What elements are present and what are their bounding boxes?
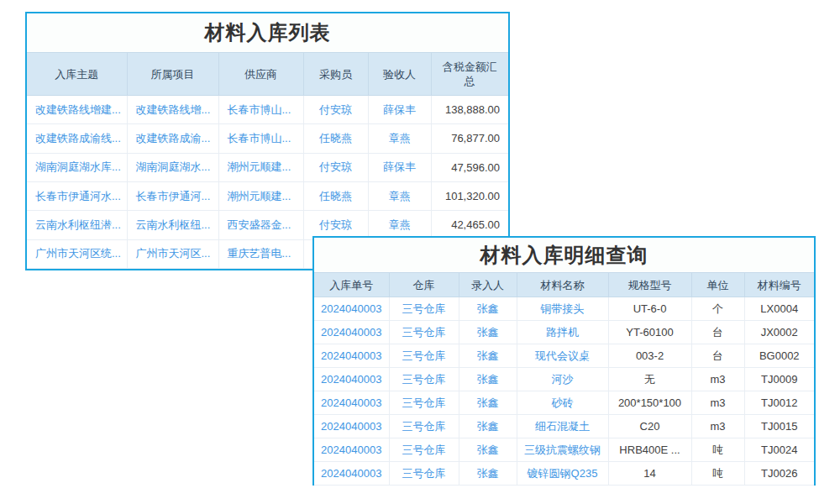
material-inbound-detail-panel: 材料入库明细查询 入库单号仓库录入人材料名称规格型号单位材料编号 2024040… (312, 236, 816, 486)
cell-link[interactable]: 云南水利枢纽... (127, 211, 218, 239)
cell-link[interactable]: 张鑫 (459, 391, 517, 415)
cell-link[interactable]: 改建铁路线增... (127, 96, 218, 124)
cell-link[interactable]: 2024040003 (314, 462, 389, 486)
cell-link[interactable]: 章燕 (368, 181, 431, 210)
table-row[interactable]: 2024040003三号仓库张鑫三级抗震螺纹钢HRB400E ...吨TJ002… (314, 438, 814, 462)
table-row[interactable]: 2024040003三号仓库张鑫铜带接头UT-6-0个LX0004 (314, 297, 814, 321)
cell-text: 无 (608, 368, 691, 391)
table-row[interactable]: 湖南洞庭湖水库...湖南洞庭湖水...潮州元顺建...付安琼薛保丰47,596.… (27, 153, 508, 181)
cell-link[interactable]: 张鑫 (459, 415, 517, 438)
cell-text: TJ0015 (744, 415, 814, 438)
cell-link[interactable]: 现代会议桌 (517, 344, 608, 368)
cell-text: 101,320.00 (431, 181, 508, 210)
table-row[interactable]: 2024040003三号仓库张鑫细石混凝土C20m3TJ0015 (314, 415, 814, 438)
cell-link[interactable]: 2024040003 (314, 344, 389, 368)
cell-link[interactable]: 改建铁路成渝... (127, 124, 218, 153)
cell-text: 200*150*100 (608, 391, 691, 415)
cell-link[interactable]: 砂砖 (517, 391, 608, 415)
cell-link[interactable]: 张鑫 (459, 368, 517, 391)
detail-table-body: 2024040003三号仓库张鑫铜带接头UT-6-0个LX00042024040… (314, 297, 814, 486)
table-row[interactable]: 改建铁路成渝线...改建铁路成渝...长春市博山...任晓燕章燕76,877.0… (27, 124, 508, 153)
table-row[interactable]: 2024040003三号仓库张鑫路拌机YT-60100台JX0002 (314, 321, 814, 344)
cell-link[interactable]: 广州市天河区统... (27, 239, 127, 268)
cell-link[interactable]: 广州市天河区... (127, 239, 218, 268)
cell-link[interactable]: 镀锌圆钢Q235 (517, 462, 608, 486)
cell-link[interactable]: 潮州元顺建... (218, 153, 303, 181)
cell-link[interactable]: 细石混凝土 (517, 415, 608, 438)
table-row[interactable]: 改建铁路线增建...改建铁路线增...长春市博山...付安琼薛保丰138,888… (27, 96, 508, 124)
cell-link[interactable]: 三号仓库 (389, 321, 459, 344)
cell-text: BG0002 (744, 344, 814, 368)
cell-link[interactable]: 2024040003 (314, 321, 389, 344)
cell-link[interactable]: 重庆艺普电... (218, 239, 303, 268)
cell-link[interactable]: 付安琼 (303, 211, 368, 239)
cell-link[interactable]: 张鑫 (459, 344, 517, 368)
cell-link[interactable]: 长春市博山... (218, 96, 303, 124)
cell-link[interactable]: 湖南洞庭湖水库... (27, 153, 127, 181)
column-header: 材料名称 (517, 273, 608, 297)
cell-link[interactable]: 三号仓库 (389, 297, 459, 321)
cell-text: UT-6-0 (608, 297, 691, 321)
cell-link[interactable]: 任晓燕 (303, 124, 368, 153)
cell-link[interactable]: 铜带接头 (517, 297, 608, 321)
table-row[interactable]: 2024040003三号仓库张鑫河沙无m3TJ0009 (314, 368, 814, 391)
table-row[interactable]: 云南水利枢纽潜...云南水利枢纽...西安盛器金...付安琼章燕42,465.0… (27, 211, 508, 239)
cell-link[interactable]: 三号仓库 (389, 415, 459, 438)
column-header: 规格型号 (608, 273, 691, 297)
cell-text: C20 (608, 415, 691, 438)
cell-text: m3 (691, 368, 744, 391)
cell-link[interactable]: 湖南洞庭湖水... (127, 153, 218, 181)
cell-link[interactable]: 2024040003 (314, 391, 389, 415)
cell-link[interactable]: 任晓燕 (303, 181, 368, 210)
column-header: 入库单号 (314, 273, 389, 297)
cell-text: 台 (691, 344, 744, 368)
cell-link[interactable]: 2024040003 (314, 415, 389, 438)
cell-link[interactable]: 潮州元顺建... (218, 181, 303, 210)
cell-text: 003-2 (608, 344, 691, 368)
cell-text: TJ0026 (744, 462, 814, 486)
table-row[interactable]: 2024040003三号仓库张鑫现代会议桌003-2台BG0002 (314, 344, 814, 368)
cell-link[interactable]: 三号仓库 (389, 462, 459, 486)
cell-link[interactable]: 张鑫 (459, 462, 517, 486)
cell-text: 138,888.00 (431, 96, 508, 124)
cell-link[interactable]: 三号仓库 (389, 438, 459, 462)
cell-link[interactable]: 长春市伊通河水... (27, 181, 127, 210)
cell-link[interactable]: 改建铁路成渝线... (27, 124, 127, 153)
table-row[interactable]: 长春市伊通河水...长春市伊通河...潮州元顺建...任晓燕章燕101,320.… (27, 181, 508, 210)
cell-link[interactable]: 云南水利枢纽潜... (27, 211, 127, 239)
cell-link[interactable]: 2024040003 (314, 438, 389, 462)
cell-link[interactable]: 三号仓库 (389, 391, 459, 415)
cell-text: TJ0012 (744, 391, 814, 415)
cell-text: HRB400E ... (608, 438, 691, 462)
cell-link[interactable]: 长春市伊通河... (127, 181, 218, 210)
cell-link[interactable]: 薛保丰 (368, 153, 431, 181)
cell-link[interactable]: 河沙 (517, 368, 608, 391)
cell-link[interactable]: 薛保丰 (368, 96, 431, 124)
table-row[interactable]: 2024040003三号仓库张鑫镀锌圆钢Q23514吨TJ0026 (314, 462, 814, 486)
cell-link[interactable]: 改建铁路线增建... (27, 96, 127, 124)
cell-link[interactable]: 2024040003 (314, 368, 389, 391)
column-header: 验收人 (368, 53, 431, 96)
cell-link[interactable]: 三号仓库 (389, 368, 459, 391)
cell-link[interactable]: 张鑫 (459, 438, 517, 462)
cell-link[interactable]: 三号仓库 (389, 344, 459, 368)
cell-link[interactable]: 章燕 (368, 124, 431, 153)
column-header: 供应商 (218, 53, 303, 96)
table-row[interactable]: 2024040003三号仓库张鑫砂砖200*150*100m3TJ0012 (314, 391, 814, 415)
cell-link[interactable]: 张鑫 (459, 321, 517, 344)
column-header: 入库主题 (27, 53, 127, 96)
detail-panel-title: 材料入库明细查询 (314, 238, 814, 272)
cell-link[interactable]: 路拌机 (517, 321, 608, 344)
cell-link[interactable]: 三级抗震螺纹钢 (517, 438, 608, 462)
cell-link[interactable]: 章燕 (368, 211, 431, 239)
cell-text: 42,465.00 (431, 211, 508, 239)
cell-link[interactable]: 西安盛器金... (218, 211, 303, 239)
list-panel-title: 材料入库列表 (27, 13, 508, 52)
cell-text: 吨 (691, 462, 744, 486)
column-header: 采购员 (303, 53, 368, 96)
cell-link[interactable]: 付安琼 (303, 153, 368, 181)
cell-link[interactable]: 付安琼 (303, 96, 368, 124)
cell-link[interactable]: 长春市博山... (218, 124, 303, 153)
cell-link[interactable]: 张鑫 (459, 297, 517, 321)
cell-link[interactable]: 2024040003 (314, 297, 389, 321)
